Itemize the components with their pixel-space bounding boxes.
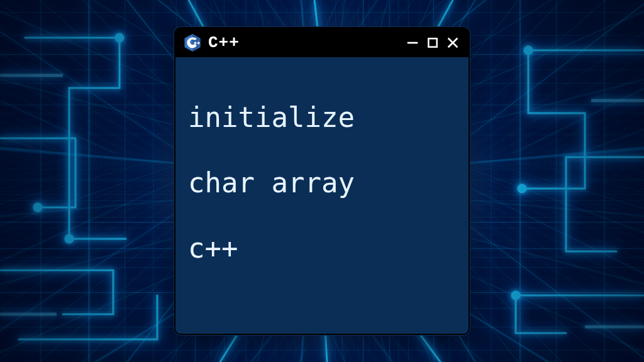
window-controls — [404, 35, 461, 51]
terminal-window: C++ initialize char array c++ — [174, 27, 470, 335]
content-line: c++ — [188, 232, 238, 264]
close-button[interactable] — [445, 35, 461, 51]
svg-rect-9 — [194, 43, 197, 43]
close-icon — [446, 36, 460, 50]
minimize-icon — [406, 36, 419, 50]
titlebar[interactable]: C++ — [175, 28, 469, 57]
content-line: char array — [188, 167, 355, 199]
minimize-button[interactable] — [404, 35, 421, 51]
svg-rect-11 — [197, 43, 200, 43]
svg-rect-13 — [428, 38, 436, 47]
maximize-icon — [426, 36, 439, 49]
maximize-button[interactable] — [425, 35, 441, 51]
content-line: initialize — [188, 101, 355, 133]
window-title: C++ — [208, 33, 398, 52]
terminal-content: initialize char array c++ — [175, 57, 469, 275]
cpp-logo-icon — [183, 33, 202, 52]
